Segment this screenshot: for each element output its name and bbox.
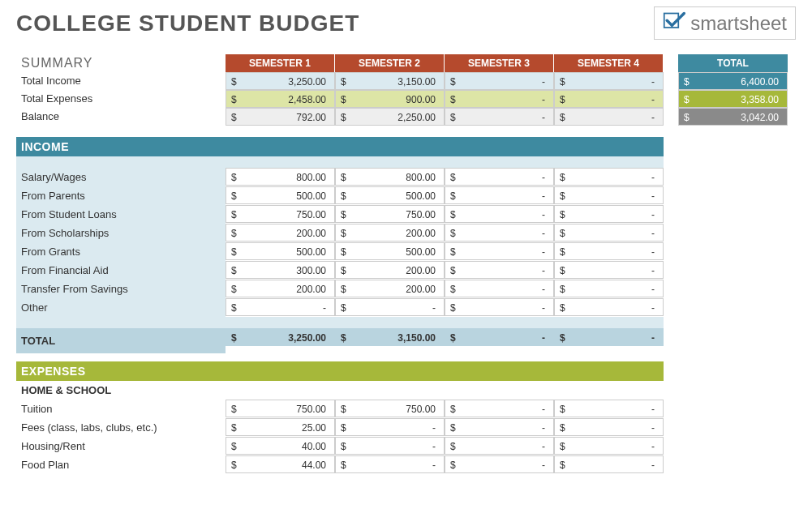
col-header-total: TOTAL (678, 54, 788, 72)
expense-cell[interactable]: 750.00 (226, 400, 335, 417)
income-cell[interactable]: 750.00 (335, 205, 445, 223)
income-cell[interactable]: - (445, 205, 554, 223)
income-total-s2: 3,150.00 (335, 328, 445, 346)
expense-cell[interactable]: - (445, 455, 554, 473)
income-cell[interactable]: 500.00 (335, 242, 445, 260)
income-row-label: From Student Loans (16, 205, 226, 224)
income-total-s1: 3,250.00 (226, 328, 335, 346)
income-row-label: Other (16, 298, 226, 317)
income-cell[interactable]: 800.00 (335, 168, 445, 186)
row-label-total-expenses: Total Expenses (16, 90, 226, 108)
expense-cell[interactable]: - (554, 455, 664, 473)
cell-income-s4[interactable]: - (554, 72, 664, 90)
income-cell[interactable]: - (554, 205, 664, 223)
income-row-label: From Financial Aid (16, 261, 226, 280)
income-cell[interactable]: 200.00 (335, 224, 445, 242)
income-cell[interactable]: - (445, 224, 554, 242)
income-total-s4: - (554, 328, 664, 346)
income-cell[interactable]: - (554, 280, 664, 297)
income-row-label: From Grants (16, 242, 226, 261)
expense-cell[interactable]: - (335, 418, 445, 436)
income-cell[interactable]: - (445, 298, 554, 316)
cell-income-s2[interactable]: 3,150.00 (335, 72, 445, 90)
income-heading: INCOME (16, 137, 664, 156)
income-cell[interactable]: - (554, 224, 664, 242)
income-total-s3: - (445, 328, 554, 346)
cell-bal-s2[interactable]: 2,250.00 (335, 108, 445, 126)
income-cell[interactable]: - (445, 261, 554, 279)
income-cell[interactable]: - (554, 242, 664, 260)
income-row-label: From Parents (16, 186, 226, 205)
income-cell[interactable]: - (445, 280, 554, 297)
row-label-balance: Balance (16, 108, 226, 126)
income-cell[interactable]: - (335, 298, 445, 316)
income-cell[interactable]: 300.00 (226, 261, 335, 279)
income-cell[interactable]: 500.00 (226, 242, 335, 260)
income-cell[interactable]: 200.00 (335, 261, 445, 279)
expense-cell[interactable]: - (554, 400, 664, 417)
income-cell[interactable]: - (445, 168, 554, 186)
expense-group-heading: HOME & SCHOOL (16, 381, 664, 400)
row-label-total-income: Total Income (16, 72, 226, 90)
expense-cell[interactable]: - (554, 437, 664, 455)
income-total-label: TOTAL (16, 328, 226, 353)
expenses-heading: EXPENSES (16, 361, 664, 381)
income-cell[interactable]: - (445, 186, 554, 204)
expense-cell[interactable]: 44.00 (226, 455, 335, 473)
expense-cell[interactable]: - (445, 437, 554, 455)
cell-exp-s3[interactable]: - (445, 90, 554, 108)
income-cell[interactable]: 200.00 (335, 280, 445, 297)
cell-income-s3[interactable]: - (445, 72, 554, 90)
col-header-sem2: SEMESTER 2 (335, 54, 445, 72)
expense-cell[interactable]: - (554, 418, 664, 436)
income-row-label: Transfer From Savings (16, 280, 226, 298)
cell-bal-s3[interactable]: - (445, 108, 554, 126)
income-cell[interactable]: - (554, 168, 664, 186)
income-row-label: From Scholarships (16, 224, 226, 242)
expense-cell[interactable]: - (335, 455, 445, 473)
cell-exp-s4[interactable]: - (554, 90, 664, 108)
income-cell[interactable]: - (226, 298, 335, 316)
expense-row-label: Food Plan (16, 455, 226, 474)
income-cell[interactable]: - (554, 298, 664, 316)
expense-cell[interactable]: - (445, 418, 554, 436)
income-cell[interactable]: 500.00 (226, 186, 335, 204)
income-cell[interactable]: - (554, 186, 664, 204)
col-header-sem1: SEMESTER 1 (226, 54, 335, 72)
cell-exp-s1[interactable]: 2,458.00 (226, 90, 335, 108)
cell-income-s1[interactable]: 3,250.00 (226, 72, 335, 90)
cell-bal-s4[interactable]: - (554, 108, 664, 126)
expense-cell[interactable]: 25.00 (226, 418, 335, 436)
brand-name: smartsheet (690, 12, 787, 35)
summary-heading: SUMMARY (16, 54, 226, 72)
page-title: COLLEGE STUDENT BUDGET (16, 11, 359, 36)
income-cell[interactable]: - (445, 242, 554, 260)
expense-cell[interactable]: 750.00 (335, 400, 445, 417)
cell-exp-total: 3,358.00 (678, 90, 788, 108)
income-cell[interactable]: 500.00 (335, 186, 445, 204)
cell-bal-total: 3,042.00 (678, 108, 788, 126)
expense-cell[interactable]: 40.00 (226, 437, 335, 455)
cell-bal-s1[interactable]: 792.00 (226, 108, 335, 126)
expense-row-label: Tuition (16, 400, 226, 418)
col-header-sem3: SEMESTER 3 (445, 54, 554, 72)
income-cell[interactable]: 800.00 (226, 168, 335, 186)
expense-cell[interactable]: - (335, 437, 445, 455)
expense-row-label: Housing/Rent (16, 437, 226, 455)
col-header-sem4: SEMESTER 4 (554, 54, 664, 72)
expense-row-label: Fees (class, labs, clubs, etc.) (16, 418, 226, 437)
cell-income-total: 6,400.00 (678, 72, 788, 90)
brand-logo: smartsheet (654, 6, 796, 40)
expense-cell[interactable]: - (445, 400, 554, 417)
cell-exp-s2[interactable]: 900.00 (335, 90, 445, 108)
income-row-label: Salary/Wages (16, 168, 226, 186)
check-icon (663, 11, 685, 36)
income-cell[interactable]: 200.00 (226, 280, 335, 297)
income-cell[interactable]: 750.00 (226, 205, 335, 223)
income-cell[interactable]: - (554, 261, 664, 279)
income-cell[interactable]: 200.00 (226, 224, 335, 242)
